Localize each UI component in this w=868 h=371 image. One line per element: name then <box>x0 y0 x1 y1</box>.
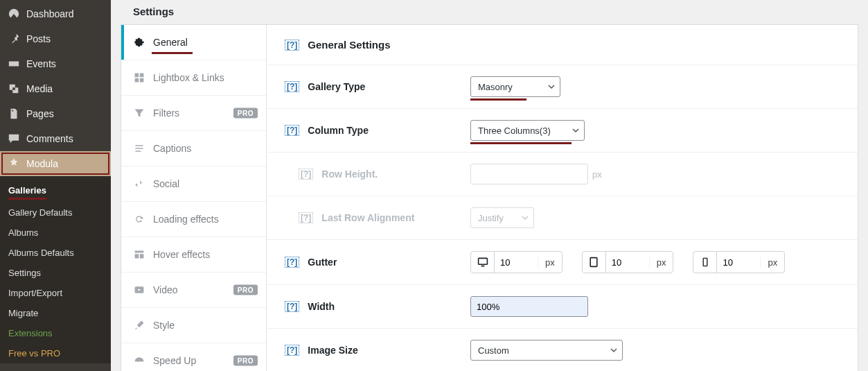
sidebar-sub-galleries[interactable]: Galleries <box>8 180 46 200</box>
pages-icon <box>7 107 21 121</box>
help-icon[interactable]: [?] <box>285 81 299 92</box>
field-label: Image Size <box>308 345 357 356</box>
svg-rect-2 <box>590 258 597 267</box>
svg-rect-3 <box>703 258 707 266</box>
list-icon <box>133 142 145 155</box>
sidebar-item-posts[interactable]: Posts <box>0 26 111 51</box>
gallery-type-select[interactable]: Masonry <box>470 76 560 97</box>
tab-label: Hover effects <box>153 249 210 260</box>
gutter-desktop: px <box>470 251 563 273</box>
pro-badge: PRO <box>233 285 258 295</box>
field-label: Gutter <box>308 257 337 268</box>
pro-badge: PRO <box>233 108 258 119</box>
select-value: Masonry <box>478 82 513 92</box>
select-value: Custom <box>478 345 509 356</box>
tab-video[interactable]: Video PRO <box>121 273 266 308</box>
wp-admin-sidebar: Dashboard Posts Events Media Pages Comme… <box>0 0 111 371</box>
field-gutter: [?] Gutter px px <box>267 240 858 285</box>
tab-label: Lightbox & Links <box>153 72 224 83</box>
nav-label: Posts <box>26 33 51 44</box>
help-icon[interactable]: [?] <box>285 40 299 51</box>
width-input[interactable] <box>470 296 588 317</box>
sidebar-sub-extensions[interactable]: Extensions <box>0 323 111 343</box>
help-icon[interactable]: [?] <box>285 257 299 268</box>
last-row-select[interactable]: Justify <box>470 207 534 228</box>
ticket-icon <box>7 57 21 71</box>
sidebar-sub-albums-defaults[interactable]: Albums Defaults <box>0 243 111 263</box>
column-type-select[interactable]: Three Columns(3) <box>470 120 585 141</box>
chevron-down-icon <box>548 83 555 90</box>
play-icon <box>133 284 145 296</box>
sidebar-item-events[interactable]: Events <box>0 51 111 76</box>
sidebar-item-comments[interactable]: Comments <box>0 126 111 151</box>
modula-icon <box>7 157 21 171</box>
tab-label: Loading effects <box>153 214 219 225</box>
tab-captions[interactable]: Captions <box>121 131 266 166</box>
gauge-icon <box>133 354 145 367</box>
field-label: Gallery Type <box>308 81 365 92</box>
tab-social[interactable]: Social <box>121 166 266 202</box>
sidebar-sub-migrate[interactable]: Migrate <box>0 303 111 323</box>
comment-icon <box>7 132 21 146</box>
highlight-underline <box>152 52 193 54</box>
field-column-type: [?] Column Type Three Columns(3) <box>267 109 858 153</box>
pro-badge: PRO <box>233 356 258 366</box>
tab-label: Speed Up <box>153 355 196 366</box>
media-icon <box>7 82 21 96</box>
tab-speed-up[interactable]: Speed Up PRO <box>121 343 266 371</box>
gutter-mobile: px <box>693 251 785 273</box>
tab-label: General <box>153 37 188 48</box>
highlight-underline <box>470 98 526 101</box>
nav-label: Pages <box>26 108 54 119</box>
unit-label: px <box>592 169 602 180</box>
field-image-size: [?] Image Size Custom <box>267 329 858 371</box>
settings-tabs: General Lightbox & Links Filters PRO Cap… <box>121 25 267 371</box>
tab-filters[interactable]: Filters PRO <box>121 96 266 131</box>
gauge-icon <box>7 7 21 21</box>
sidebar-sub-free-vs-pro[interactable]: Free vs PRO <box>0 343 111 363</box>
gutter-tablet-input[interactable] <box>606 252 649 273</box>
field-label: Column Type <box>308 125 369 136</box>
sidebar-sub-import-export[interactable]: Import/Export <box>0 283 111 303</box>
sidebar-item-media[interactable]: Media <box>0 76 111 101</box>
tab-style[interactable]: Style <box>121 308 266 343</box>
help-icon[interactable]: [?] <box>299 169 313 180</box>
image-size-select[interactable]: Custom <box>470 340 623 361</box>
sidebar-item-pages[interactable]: Pages <box>0 101 111 126</box>
sidebar-sub-albums[interactable]: Albums <box>0 223 111 243</box>
svg-rect-1 <box>478 258 487 264</box>
select-value: Three Columns(3) <box>478 126 551 136</box>
tab-lightbox-links[interactable]: Lightbox & Links <box>121 60 266 96</box>
field-width: [?] Width <box>267 285 858 329</box>
row-height-input[interactable] <box>470 164 588 184</box>
tab-general[interactable]: General <box>121 25 266 60</box>
chevron-down-icon <box>522 214 529 221</box>
section-title: General Settings <box>308 39 390 51</box>
select-value: Justify <box>478 213 504 223</box>
refresh-icon <box>133 213 145 225</box>
mobile-icon <box>693 252 717 273</box>
pin-icon <box>7 32 21 46</box>
unit-label: px <box>538 257 562 268</box>
help-icon[interactable]: [?] <box>285 345 299 356</box>
tab-label: Social <box>153 178 179 189</box>
help-icon[interactable]: [?] <box>285 125 299 136</box>
link-icon <box>133 178 145 190</box>
tab-label: Captions <box>153 143 191 154</box>
gutter-mobile-input[interactable] <box>717 252 760 273</box>
funnel-icon <box>133 107 145 119</box>
sidebar-sub-settings[interactable]: Settings <box>0 263 111 283</box>
help-icon[interactable]: [?] <box>299 212 313 223</box>
page-title: Settings <box>121 0 858 24</box>
help-icon[interactable]: [?] <box>285 301 299 312</box>
tab-loading-effects[interactable]: Loading effects <box>121 202 266 237</box>
field-label: Row Height. <box>321 169 378 180</box>
sidebar-sub-gallery-defaults[interactable]: Gallery Defaults <box>0 202 111 223</box>
nav-label: Dashboard <box>26 8 74 19</box>
field-row-height: [?] Row Height. px <box>267 153 858 196</box>
tab-hover-effects[interactable]: Hover effects <box>121 237 266 273</box>
sidebar-item-dashboard[interactable]: Dashboard <box>0 1 111 26</box>
gutter-desktop-input[interactable] <box>495 252 538 273</box>
sidebar-item-modula[interactable]: Modula <box>0 151 111 176</box>
unit-label: px <box>649 257 673 268</box>
